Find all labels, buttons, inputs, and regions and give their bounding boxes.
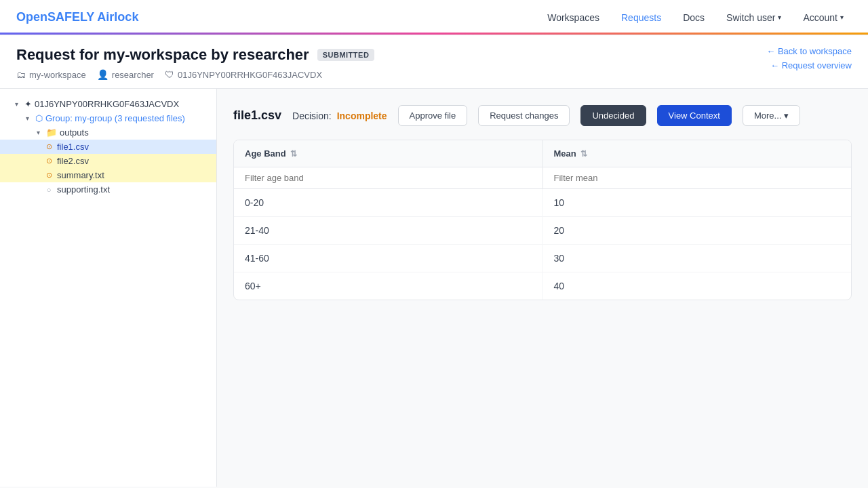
request-changes-button[interactable]: Request changes — [478, 105, 570, 126]
breadcrumb: 🗂 my-workspace 👤 researcher 🛡 01J6YNPY00… — [16, 69, 374, 80]
cell-age-band-3: 60+ — [234, 272, 543, 300]
brand-open: OpenSAFELY — [16, 10, 94, 24]
more-button[interactable]: More... ▾ — [743, 105, 800, 126]
file-tree-sidebar: ▾ ✦ 01J6YNPY00RRHKG0F463JACVDX ▾ ⬡ Group… — [0, 89, 217, 487]
cell-mean-1: 20 — [543, 217, 852, 244]
approve-file-button[interactable]: Approve file — [398, 105, 468, 126]
page-title-text: Request for my-workspace by researcher — [16, 46, 309, 64]
data-table: Age Band ⇅ Mean ⇅ 0-20 10 21-40 20 — [233, 140, 852, 300]
account-chevron-icon: ▾ — [840, 14, 844, 21]
request-overview-link[interactable]: ← Request overview — [770, 60, 852, 70]
view-context-button[interactable]: View Context — [657, 105, 732, 126]
tree-file-file2csv[interactable]: ⊙ file2.csv — [0, 154, 216, 168]
page-header-left: Request for my-workspace by researcher S… — [16, 46, 374, 80]
supporting-status-icon: ○ — [43, 186, 54, 194]
undecided-button[interactable]: Undecided — [580, 105, 646, 126]
group-collapse-icon: ▾ — [22, 115, 33, 122]
root-node-icon: ✦ — [24, 99, 32, 109]
back-to-workspace-link[interactable]: ← Back to workspace — [766, 46, 852, 56]
status-badge: SUBMITTED — [317, 49, 375, 61]
summary-status-icon: ⊙ — [43, 171, 54, 180]
filter-row — [234, 167, 851, 189]
shield-icon: 🛡 — [165, 69, 174, 80]
table-header-row: Age Band ⇅ Mean ⇅ — [234, 140, 851, 167]
group-icon: ⬡ — [35, 113, 43, 123]
brand-logo[interactable]: OpenSAFELY Airlock — [16, 10, 138, 24]
navbar: OpenSAFELY Airlock Workspaces Requests D… — [0, 0, 868, 35]
current-filename: file1.csv — [233, 108, 281, 123]
decision-group: Decision: Incomplete — [292, 110, 387, 121]
tree-group[interactable]: ▾ ⬡ Group: my-group (3 requested files) — [0, 111, 216, 125]
nav-links: Workspaces Requests Docs Switch user ▾ A… — [539, 8, 852, 27]
nav-requests[interactable]: Requests — [613, 8, 669, 27]
page-title: Request for my-workspace by researcher S… — [16, 46, 374, 64]
brand-airlock: Airlock — [94, 10, 138, 24]
file2-status-icon: ⊙ — [43, 157, 54, 165]
cell-age-band-0: 0-20 — [234, 189, 543, 216]
col-header-mean[interactable]: Mean ⇅ — [543, 140, 852, 167]
nav-switch-user[interactable]: Switch user ▾ — [718, 8, 789, 27]
breadcrumb-researcher: 👤 researcher — [97, 69, 154, 80]
tree-outputs-folder[interactable]: ▾ 📁 outputs — [0, 125, 216, 140]
folder-icon: 📁 — [46, 127, 57, 138]
page-header: Request for my-workspace by researcher S… — [0, 35, 868, 89]
layers-icon: 🗂 — [16, 69, 26, 80]
tree-file-supportingtxt[interactable]: ○ supporting.txt — [0, 182, 216, 197]
content-area: file1.csv Decision: Incomplete Approve f… — [217, 89, 868, 487]
tree-root[interactable]: ▾ ✦ 01J6YNPY00RRHKG0F463JACVDX — [0, 97, 216, 111]
cell-age-band-2: 41-60 — [234, 245, 543, 272]
page-header-right: ← Back to workspace ← Request overview — [766, 46, 852, 70]
mean-filter-input[interactable] — [543, 167, 852, 188]
table-row: 21-40 20 — [234, 217, 851, 245]
tree-file-file1csv[interactable]: ⊙ file1.csv — [0, 140, 216, 154]
root-collapse-icon: ▾ — [11, 100, 22, 108]
more-chevron-icon: ▾ — [784, 110, 789, 121]
decision-value: Incomplete — [337, 110, 387, 121]
mean-sort-icon: ⇅ — [580, 149, 587, 159]
table-row: 0-20 10 — [234, 189, 851, 217]
age-band-filter-input[interactable] — [234, 167, 543, 188]
col-header-age-band[interactable]: Age Band ⇅ — [234, 140, 543, 167]
cell-mean-3: 40 — [543, 272, 852, 300]
file-header: file1.csv Decision: Incomplete Approve f… — [233, 105, 852, 126]
tree-file-summarytxt[interactable]: ⊙ summary.txt — [0, 168, 216, 182]
table-row: 41-60 30 — [234, 245, 851, 272]
user-icon: 👤 — [97, 69, 108, 80]
cell-mean-0: 10 — [543, 189, 852, 216]
decision-label: Decision: — [292, 110, 332, 121]
cell-age-band-1: 21-40 — [234, 217, 543, 244]
outputs-collapse-icon: ▾ — [33, 129, 43, 136]
breadcrumb-request-id: 🛡 01J6YNPY00RRHKG0F463JACVDX — [165, 69, 322, 80]
nav-docs[interactable]: Docs — [675, 8, 713, 27]
nav-account[interactable]: Account ▾ — [795, 8, 852, 27]
age-band-sort-icon: ⇅ — [290, 149, 297, 159]
breadcrumb-workspace: 🗂 my-workspace — [16, 69, 86, 80]
main-layout: ▾ ✦ 01J6YNPY00RRHKG0F463JACVDX ▾ ⬡ Group… — [0, 89, 868, 487]
file1-status-icon: ⊙ — [43, 142, 54, 151]
cell-mean-2: 30 — [543, 245, 852, 272]
nav-workspaces[interactable]: Workspaces — [539, 8, 608, 27]
switch-user-chevron-icon: ▾ — [778, 14, 781, 21]
table-row: 60+ 40 — [234, 272, 851, 300]
